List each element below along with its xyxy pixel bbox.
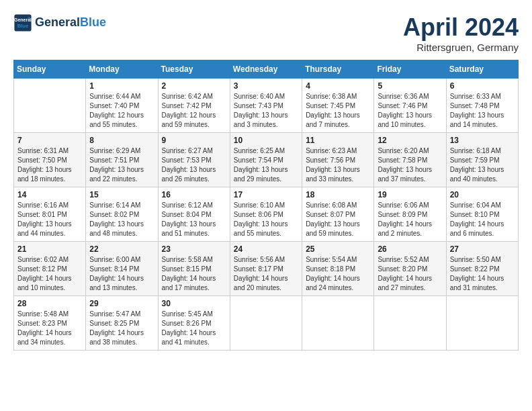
calendar-cell [14, 79, 86, 133]
day-number: 11 [306, 136, 370, 145]
calendar-cell [302, 296, 374, 351]
calendar-cell: 20Sunrise: 6:04 AM Sunset: 8:10 PM Dayli… [446, 187, 518, 242]
day-info: Sunrise: 6:00 AM Sunset: 8:14 PM Dayligh… [89, 255, 154, 293]
day-header-saturday: Saturday [446, 60, 518, 79]
logo-text: GeneralBlue [35, 16, 106, 30]
calendar-cell: 13Sunrise: 6:18 AM Sunset: 7:59 PM Dayli… [446, 133, 518, 187]
day-info: Sunrise: 6:04 AM Sunset: 8:10 PM Dayligh… [450, 201, 515, 238]
day-number: 30 [162, 299, 226, 308]
calendar-cell: 6Sunrise: 6:33 AM Sunset: 7:48 PM Daylig… [446, 79, 518, 133]
header: General Blue GeneralBlue April 2024 Ritt… [13, 13, 519, 53]
day-number: 13 [450, 136, 515, 145]
day-info: Sunrise: 6:02 AM Sunset: 8:12 PM Dayligh… [17, 255, 82, 293]
logo: General Blue GeneralBlue [13, 13, 106, 32]
day-header-monday: Monday [86, 60, 158, 79]
day-info: Sunrise: 6:23 AM Sunset: 7:56 PM Dayligh… [306, 146, 370, 184]
day-number: 15 [89, 190, 154, 199]
calendar-cell: 26Sunrise: 5:52 AM Sunset: 8:20 PM Dayli… [374, 242, 446, 296]
calendar-cell: 10Sunrise: 6:25 AM Sunset: 7:54 PM Dayli… [230, 133, 302, 187]
day-number: 23 [162, 244, 226, 254]
day-number: 28 [17, 299, 82, 308]
day-header-tuesday: Tuesday [158, 60, 230, 79]
calendar-cell: 19Sunrise: 6:06 AM Sunset: 8:09 PM Dayli… [374, 187, 446, 242]
calendar-week-row: 14Sunrise: 6:16 AM Sunset: 8:01 PM Dayli… [14, 187, 519, 242]
calendar-cell: 25Sunrise: 5:54 AM Sunset: 8:18 PM Dayli… [302, 242, 374, 296]
day-info: Sunrise: 6:16 AM Sunset: 8:01 PM Dayligh… [17, 201, 82, 238]
calendar-cell: 11Sunrise: 6:23 AM Sunset: 7:56 PM Dayli… [302, 133, 374, 187]
day-info: Sunrise: 5:50 AM Sunset: 8:22 PM Dayligh… [450, 255, 515, 293]
day-number: 22 [89, 244, 154, 254]
day-number: 27 [450, 244, 515, 254]
calendar-cell: 18Sunrise: 6:08 AM Sunset: 8:07 PM Dayli… [302, 187, 374, 242]
day-header-friday: Friday [374, 60, 446, 79]
calendar-cell: 23Sunrise: 5:58 AM Sunset: 8:15 PM Dayli… [158, 242, 230, 296]
day-info: Sunrise: 6:20 AM Sunset: 7:58 PM Dayligh… [378, 146, 442, 184]
day-info: Sunrise: 6:25 AM Sunset: 7:54 PM Dayligh… [234, 146, 298, 184]
calendar-cell: 21Sunrise: 6:02 AM Sunset: 8:12 PM Dayli… [14, 242, 86, 296]
day-number: 4 [306, 81, 370, 91]
calendar-week-row: 21Sunrise: 6:02 AM Sunset: 8:12 PM Dayli… [14, 242, 519, 296]
logo-icon: General Blue [13, 13, 32, 32]
calendar-cell: 27Sunrise: 5:50 AM Sunset: 8:22 PM Dayli… [446, 242, 518, 296]
calendar-week-row: 7Sunrise: 6:31 AM Sunset: 7:50 PM Daylig… [14, 133, 519, 187]
day-number: 9 [162, 136, 226, 145]
calendar-header-row: SundayMondayTuesdayWednesdayThursdayFrid… [14, 60, 519, 79]
calendar-cell: 7Sunrise: 6:31 AM Sunset: 7:50 PM Daylig… [14, 133, 86, 187]
day-number: 6 [450, 81, 515, 91]
calendar-cell: 1Sunrise: 6:44 AM Sunset: 7:40 PM Daylig… [86, 79, 158, 133]
calendar-cell: 24Sunrise: 5:56 AM Sunset: 8:17 PM Dayli… [230, 242, 302, 296]
calendar-body: 1Sunrise: 6:44 AM Sunset: 7:40 PM Daylig… [14, 79, 519, 351]
calendar-cell: 15Sunrise: 6:14 AM Sunset: 8:02 PM Dayli… [86, 187, 158, 242]
day-info: Sunrise: 6:18 AM Sunset: 7:59 PM Dayligh… [450, 146, 515, 184]
calendar-cell: 16Sunrise: 6:12 AM Sunset: 8:04 PM Dayli… [158, 187, 230, 242]
day-info: Sunrise: 5:45 AM Sunset: 8:26 PM Dayligh… [162, 310, 226, 347]
day-number: 10 [234, 136, 298, 145]
calendar-cell: 30Sunrise: 5:45 AM Sunset: 8:26 PM Dayli… [158, 296, 230, 351]
day-header-sunday: Sunday [14, 60, 86, 79]
day-number: 18 [306, 190, 370, 199]
day-header-wednesday: Wednesday [230, 60, 302, 79]
day-info: Sunrise: 6:08 AM Sunset: 8:07 PM Dayligh… [306, 201, 370, 238]
day-info: Sunrise: 6:44 AM Sunset: 7:40 PM Dayligh… [89, 92, 154, 130]
day-info: Sunrise: 6:31 AM Sunset: 7:50 PM Dayligh… [17, 146, 82, 184]
day-number: 25 [306, 244, 370, 254]
day-info: Sunrise: 6:10 AM Sunset: 8:06 PM Dayligh… [234, 201, 298, 238]
calendar-cell: 29Sunrise: 5:47 AM Sunset: 8:25 PM Dayli… [86, 296, 158, 351]
calendar-cell: 8Sunrise: 6:29 AM Sunset: 7:51 PM Daylig… [86, 133, 158, 187]
title-area: April 2024 Rittersgruen, Germany [403, 13, 519, 53]
calendar-cell: 17Sunrise: 6:10 AM Sunset: 8:06 PM Dayli… [230, 187, 302, 242]
calendar-week-row: 28Sunrise: 5:48 AM Sunset: 8:23 PM Dayli… [14, 296, 519, 351]
calendar-table: SundayMondayTuesdayWednesdayThursdayFrid… [13, 60, 519, 351]
day-number: 3 [234, 81, 298, 91]
day-number: 21 [17, 244, 82, 254]
calendar-week-row: 1Sunrise: 6:44 AM Sunset: 7:40 PM Daylig… [14, 79, 519, 133]
day-info: Sunrise: 5:48 AM Sunset: 8:23 PM Dayligh… [17, 310, 82, 347]
day-info: Sunrise: 5:52 AM Sunset: 8:20 PM Dayligh… [378, 255, 442, 293]
day-info: Sunrise: 6:06 AM Sunset: 8:09 PM Dayligh… [378, 201, 442, 238]
day-number: 14 [17, 190, 82, 199]
calendar-cell: 28Sunrise: 5:48 AM Sunset: 8:23 PM Dayli… [14, 296, 86, 351]
day-info: Sunrise: 6:42 AM Sunset: 7:42 PM Dayligh… [162, 92, 226, 130]
day-info: Sunrise: 5:47 AM Sunset: 8:25 PM Dayligh… [89, 310, 154, 347]
day-number: 2 [162, 81, 226, 91]
day-info: Sunrise: 6:38 AM Sunset: 7:45 PM Dayligh… [306, 92, 370, 130]
calendar-cell: 5Sunrise: 6:36 AM Sunset: 7:46 PM Daylig… [374, 79, 446, 133]
calendar-cell: 4Sunrise: 6:38 AM Sunset: 7:45 PM Daylig… [302, 79, 374, 133]
day-number: 12 [378, 136, 442, 145]
calendar-cell: 12Sunrise: 6:20 AM Sunset: 7:58 PM Dayli… [374, 133, 446, 187]
day-number: 19 [378, 190, 442, 199]
location-subtitle: Rittersgruen, Germany [403, 42, 519, 53]
day-number: 1 [89, 81, 154, 91]
day-number: 16 [162, 190, 226, 199]
day-number: 24 [234, 244, 298, 254]
day-number: 26 [378, 244, 442, 254]
day-info: Sunrise: 6:14 AM Sunset: 8:02 PM Dayligh… [89, 201, 154, 238]
calendar-cell [446, 296, 518, 351]
day-info: Sunrise: 6:12 AM Sunset: 8:04 PM Dayligh… [162, 201, 226, 238]
calendar-cell: 2Sunrise: 6:42 AM Sunset: 7:42 PM Daylig… [158, 79, 230, 133]
day-number: 5 [378, 81, 442, 91]
calendar-cell: 22Sunrise: 6:00 AM Sunset: 8:14 PM Dayli… [86, 242, 158, 296]
day-header-thursday: Thursday [302, 60, 374, 79]
month-title: April 2024 [403, 13, 519, 42]
day-info: Sunrise: 5:58 AM Sunset: 8:15 PM Dayligh… [162, 255, 226, 293]
